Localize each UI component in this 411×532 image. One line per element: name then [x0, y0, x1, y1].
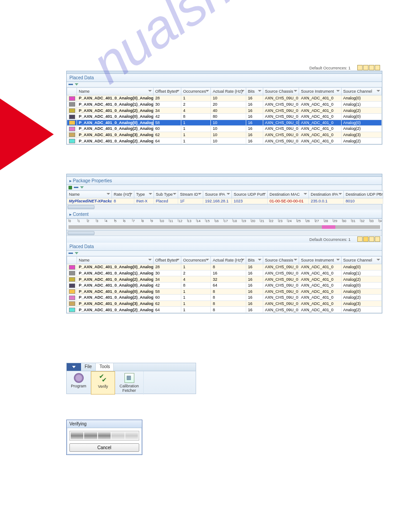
column-header[interactable]: Destination MAC — [268, 191, 309, 198]
view-icon-3[interactable] — [369, 65, 374, 70]
package-properties-table[interactable]: NameRate (Hz)TypeSub TypeStream IDSource… — [67, 190, 383, 204]
table-row[interactable]: P_AXN_ADC_401_0_Analog(0)_Analog(0)28181… — [67, 264, 382, 270]
view-icon-4[interactable] — [375, 65, 380, 70]
package-properties-header[interactable]: ▸ Package Properties — [67, 177, 382, 185]
filter-icon[interactable] — [206, 258, 209, 262]
filter-icon[interactable] — [241, 90, 244, 93]
toolbar-dropdown-icon[interactable] — [75, 83, 78, 86]
filter-icon[interactable] — [148, 258, 152, 262]
table-row[interactable]: P_AXN_ADC_401_0_Analog(2)_Analog(2)60181… — [67, 295, 382, 301]
view-icon-2[interactable] — [363, 65, 368, 70]
column-header[interactable]: Name — [67, 191, 112, 198]
toolbar-add-icon[interactable] — [68, 186, 72, 189]
column-header[interactable]: Offset Bytes — [153, 257, 181, 264]
column-header[interactable]: Actual Rate (Hz) — [211, 88, 246, 95]
filter-icon[interactable] — [107, 193, 110, 196]
table-row[interactable]: P_AXN_ADC_401_0_Analog(0)_Analog(0)28110… — [67, 95, 382, 102]
column-header[interactable]: Type — [134, 191, 154, 198]
filter-icon[interactable] — [176, 90, 180, 93]
horizontal-scrollbar[interactable] — [67, 204, 382, 210]
filter-icon[interactable] — [148, 90, 152, 93]
calibration-fetcher-button[interactable]: Calibration Fetcher — [115, 371, 144, 395]
table-row[interactable]: P_AXN_ADC_401_0_Analog(2)_Analog(0)34440… — [67, 107, 382, 114]
column-header[interactable]: Sub Type — [154, 191, 178, 198]
filter-icon[interactable] — [241, 258, 244, 262]
table-row[interactable]: P_AXN_ADC_401_0_Analog(3)_Analog(0)62181… — [67, 300, 382, 307]
column-header[interactable]: Source UDP Port — [232, 191, 268, 198]
filter-icon[interactable] — [294, 258, 297, 262]
filter-icon[interactable] — [149, 193, 152, 196]
cancel-button[interactable]: Cancel — [69, 443, 139, 452]
toolbar-collapse-icon[interactable] — [74, 187, 78, 188]
table-row[interactable]: P_AXN_ADC_401_0_Analog(2)_Analog(0)34432… — [67, 276, 382, 283]
table-row[interactable]: P_AXN_ADC_401_0_Analog(0)_Analog(1)42864… — [67, 282, 382, 288]
filter-icon[interactable] — [304, 193, 307, 196]
toolbar-collapse-icon[interactable] — [68, 253, 73, 254]
view-icon-4[interactable] — [375, 236, 380, 242]
filter-icon[interactable] — [198, 193, 201, 196]
column-header[interactable]: Source Channel — [341, 257, 381, 264]
table-row[interactable]: P_AXN_ADC_401_0_Analog(1)_Analog(0)30220… — [67, 101, 382, 107]
filter-icon[interactable] — [377, 90, 380, 93]
column-header[interactable]: Actual Rate (Hz) — [211, 257, 246, 264]
view-icon-1[interactable] — [357, 65, 363, 70]
table-row[interactable]: P_AXN_ADC_401_0_Analog(0)_Analog(2)58181… — [67, 288, 382, 295]
column-header[interactable]: Source Instrument — [299, 257, 341, 264]
content-ruler[interactable]: 0123456789101112131415161718192021222324… — [67, 219, 382, 230]
horizontal-scrollbar[interactable] — [67, 230, 382, 236]
column-header[interactable]: Offset Bytes — [153, 88, 181, 95]
filter-icon[interactable] — [377, 258, 380, 262]
column-header[interactable]: Rate (Hz) — [112, 191, 134, 198]
view-icon-3[interactable] — [369, 236, 374, 242]
filter-icon[interactable] — [258, 258, 261, 262]
table-row[interactable]: P_AXN_ADC_401_0_Analog(3)_Analog(0)62110… — [67, 132, 382, 138]
filter-icon[interactable] — [336, 258, 340, 262]
column-header[interactable]: Source Chassis — [263, 88, 299, 95]
column-header[interactable]: Source Chassis — [263, 257, 299, 264]
column-header[interactable]: Bits — [246, 257, 263, 264]
column-header[interactable]: Destination UDP Port — [344, 191, 383, 198]
table-row[interactable]: P_AXN_ADC_401_0_Analog(0)_Analog(1)42880… — [67, 113, 382, 120]
filter-icon[interactable] — [206, 90, 209, 93]
filter-icon[interactable] — [173, 193, 176, 196]
verify-button[interactable]: Verify — [91, 371, 115, 395]
table-row[interactable]: P_AXN_ADC_401_0_Analog(1)_Analog(0)30216… — [67, 270, 382, 276]
placed-data-table-2[interactable]: NameOffset BytesOccurrencesActual Rate (… — [67, 256, 382, 313]
table-row[interactable]: P_AXN_ADC_401_0_Analog(2)_Analog(2)60110… — [67, 126, 382, 132]
placed-data-table[interactable]: NameOffset BytesOccurrencesActual Rate (… — [67, 87, 382, 144]
tab-file[interactable]: File — [81, 363, 96, 371]
calibration-label-1: Calibration — [120, 384, 139, 388]
view-icon-1[interactable] — [357, 236, 363, 242]
view-icon-2[interactable] — [363, 236, 368, 242]
column-header[interactable]: Source IPA — [203, 191, 232, 198]
column-header[interactable]: Name — [77, 257, 154, 264]
filter-icon[interactable] — [262, 193, 266, 196]
tab-tools[interactable]: Tools — [96, 363, 114, 371]
toolbar-dropdown-icon[interactable] — [75, 252, 78, 254]
filter-icon[interactable] — [294, 90, 297, 93]
table-row[interactable]: P_AXN_ADC_401_0_Analog(0)_Analog(2)58110… — [67, 120, 382, 126]
filter-icon[interactable] — [338, 193, 342, 196]
toolbar-dropdown-icon[interactable] — [80, 186, 84, 189]
filter-icon[interactable] — [336, 90, 340, 93]
quick-access-dropdown[interactable] — [67, 363, 81, 371]
filter-icon[interactable] — [378, 193, 381, 196]
filter-icon[interactable] — [129, 193, 133, 196]
column-header[interactable]: Bits — [246, 88, 263, 95]
filter-icon[interactable] — [258, 90, 261, 93]
filter-icon[interactable] — [176, 258, 180, 262]
filter-icon[interactable] — [227, 193, 230, 196]
column-header[interactable]: Name — [77, 88, 154, 95]
table-row[interactable]: P_AXN_ADC_401_0_Analog(2)_Analog(1)64181… — [67, 307, 382, 313]
program-button[interactable]: Program — [67, 371, 91, 395]
column-header[interactable]: Occurrences — [181, 257, 211, 264]
table-row[interactable]: P_AXN_ADC_401_0_Analog(2)_Analog(1)64110… — [67, 138, 382, 144]
column-header[interactable]: Source Channel — [341, 88, 381, 95]
column-header[interactable]: Stream ID — [178, 191, 203, 198]
column-header[interactable]: Destination IPA — [309, 191, 344, 198]
column-header[interactable]: Occurrences — [181, 88, 211, 95]
column-header[interactable]: Source Instrument — [299, 88, 341, 95]
toolbar-collapse-icon[interactable] — [68, 84, 73, 85]
placed-data-header: Placed Data — [67, 74, 382, 82]
content-header[interactable]: ▸ Content — [67, 210, 382, 219]
